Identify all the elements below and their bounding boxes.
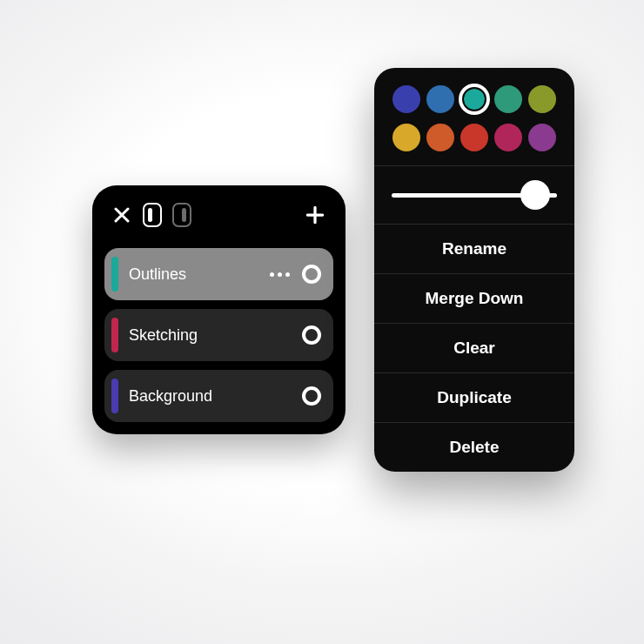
panel-dock-left-icon[interactable] [143, 203, 162, 227]
more-icon[interactable] [270, 272, 290, 277]
color-swatch[interactable] [528, 124, 556, 151]
layer-options-popover: Rename Merge Down Clear Duplicate Delete [374, 68, 574, 472]
color-swatch-grid [374, 68, 574, 165]
color-swatch[interactable] [426, 124, 454, 151]
close-icon[interactable] [111, 205, 132, 225]
panel-dock-right-icon[interactable] [172, 203, 191, 227]
color-swatch[interactable] [392, 124, 420, 151]
layers-panel: Outlines Sketching Background [92, 185, 345, 434]
visibility-toggle-icon[interactable] [302, 386, 321, 406]
layer-row-outlines[interactable]: Outlines [104, 248, 333, 300]
rename-action[interactable]: Rename [374, 224, 574, 273]
opacity-slider[interactable] [374, 166, 574, 224]
merge-down-action[interactable]: Merge Down [374, 273, 574, 323]
visibility-toggle-icon[interactable] [302, 265, 321, 284]
slider-thumb[interactable] [520, 180, 550, 210]
layers-toolbar [104, 201, 333, 239]
color-swatch[interactable] [426, 85, 454, 113]
color-swatch[interactable] [528, 85, 556, 113]
layer-name-label: Sketching [129, 326, 292, 345]
color-swatch[interactable] [392, 85, 420, 113]
visibility-toggle-icon[interactable] [302, 325, 321, 345]
add-layer-icon[interactable] [304, 204, 326, 226]
duplicate-action[interactable]: Duplicate [374, 372, 574, 422]
layer-color-swatch [111, 318, 118, 352]
color-swatch[interactable] [460, 124, 488, 151]
color-swatch[interactable] [494, 124, 522, 151]
layer-name-label: Outlines [129, 265, 259, 284]
delete-action[interactable]: Delete [374, 422, 574, 472]
layer-row-background[interactable]: Background [104, 370, 333, 422]
clear-action[interactable]: Clear [374, 323, 574, 372]
layer-row-sketching[interactable]: Sketching [104, 309, 333, 361]
layer-color-swatch [111, 379, 118, 413]
color-swatch[interactable] [460, 85, 488, 113]
color-swatch[interactable] [494, 85, 522, 113]
layer-color-swatch [111, 257, 118, 292]
layer-name-label: Background [129, 387, 292, 406]
